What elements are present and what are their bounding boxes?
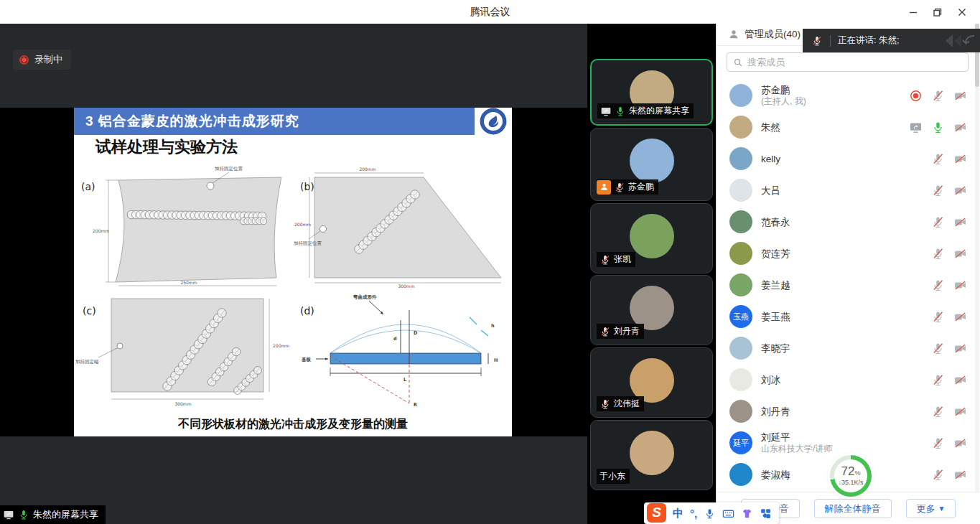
close-button[interactable] [950, 0, 974, 24]
mic-off-icon[interactable] [931, 247, 945, 261]
mic-off-icon[interactable] [931, 89, 945, 103]
mic-on-icon [615, 106, 626, 117]
speaking-text: 正在讲话: 朱然; [838, 34, 944, 47]
member-name: 范春永 [761, 216, 931, 228]
toolbox-grid-icon[interactable] [760, 507, 772, 520]
mic-off-icon[interactable] [931, 215, 945, 229]
recording-dot-icon [19, 55, 29, 65]
mic-off-icon[interactable] [931, 279, 945, 292]
camera-off-icon[interactable] [953, 152, 967, 166]
thumbnail-liudanqing[interactable]: 刘丹青 [590, 275, 713, 345]
member-row-zhuran[interactable]: 朱然 [717, 111, 974, 143]
camera-off-icon[interactable] [953, 436, 967, 450]
member-row-jianglanyue[interactable]: 姜兰越 [717, 269, 974, 301]
member-row-fanchunyong[interactable]: 范春永 [717, 206, 974, 238]
svg-text:200mm: 200mm [294, 222, 311, 227]
avatar [729, 463, 752, 486]
svg-text:L: L [403, 377, 406, 383]
camera-off-icon[interactable] [953, 310, 967, 324]
annotation-arrows-icon [944, 33, 977, 49]
mic-on-icon[interactable] [931, 121, 945, 134]
avatar [729, 337, 752, 360]
university-logo-icon [479, 107, 508, 136]
member-list: 苏金鹏 (主持人, 我) 朱然 [717, 80, 974, 490]
camera-off-icon[interactable] [953, 215, 967, 229]
search-box [727, 52, 969, 72]
svg-text:弯曲成形件: 弯曲成形件 [353, 294, 377, 300]
ime-punctuation[interactable]: °, [690, 507, 697, 520]
camera-off-icon[interactable] [953, 184, 967, 197]
avatar [729, 179, 752, 202]
camera-off-icon[interactable] [953, 342, 967, 355]
member-row-liuyanping[interactable]: 延平 刘延平 山东科技大学/讲师 [717, 427, 974, 459]
svg-text:加持固定端: 加持固定端 [75, 359, 99, 365]
unmute-all-button[interactable]: 解除全体静音 [814, 499, 892, 518]
member-row-liubing[interactable]: 刘冰 [717, 364, 974, 396]
ime-mode-chinese[interactable]: 中 [673, 507, 683, 520]
chevron-down-icon: ▼ [938, 505, 946, 513]
divider [830, 35, 831, 47]
mic-off-icon[interactable] [931, 373, 945, 387]
ime-toolbar: S 中 °, [644, 502, 779, 524]
minimize-button[interactable] [901, 0, 925, 24]
member-row-dalv[interactable]: 大吕 [717, 174, 974, 206]
camera-off-icon[interactable] [953, 373, 967, 387]
camera-off-icon[interactable] [953, 89, 967, 103]
mic-off-icon[interactable] [931, 310, 945, 324]
svg-text:200mm: 200mm [359, 167, 375, 172]
mic-off-icon[interactable] [931, 152, 945, 166]
participant-name: 刘丹青 [614, 325, 640, 337]
thumbnail-label: 沈伟挺 [597, 396, 644, 411]
member-note: 山东科技大学/讲师 [761, 444, 931, 454]
member-row-jiangyuyan[interactable]: 玉燕 姜玉燕 [717, 301, 974, 332]
maximize-button[interactable] [925, 0, 950, 24]
thumbnail-zhuran-share[interactable]: 朱然的屏幕共享 [590, 59, 713, 126]
member-row-liudanqing[interactable]: 刘丹青 [717, 396, 974, 427]
mic-off-icon[interactable] [931, 436, 945, 450]
mic-off-icon [599, 326, 611, 337]
sogou-logo-icon[interactable]: S [647, 503, 666, 523]
network-quality-gauge[interactable]: 72% ↓35.1K/s [830, 455, 872, 497]
member-row-helianfang[interactable]: 贺连芳 [717, 238, 974, 269]
voice-input-icon[interactable] [704, 507, 716, 520]
scrollbar-track[interactable] [975, 24, 979, 524]
recording-badge[interactable]: 录制中 [13, 50, 71, 70]
keyboard-icon[interactable] [722, 507, 734, 520]
svg-text:(c): (c) [83, 305, 96, 317]
slide-header: 3 铝合金蒙皮的激光冲击成形研究 [74, 108, 512, 135]
mic-off-icon[interactable] [931, 468, 945, 482]
member-name: 刘冰 [761, 374, 931, 386]
thumbnail-sujinpeng[interactable]: 苏金鹏 [590, 128, 713, 201]
skin-shirt-icon[interactable] [741, 507, 753, 520]
mic-off-icon[interactable] [931, 405, 945, 418]
camera-off-icon[interactable] [953, 279, 967, 292]
participant-name: 张凯 [614, 253, 631, 266]
thumbnail-yuxiaodong[interactable]: 于小东 [590, 420, 713, 490]
thumbnail-shenweiting[interactable]: 沈伟挺 [590, 347, 713, 418]
panel-title: 管理成员(40) [745, 28, 801, 41]
participant-name: 苏金鹏 [628, 181, 654, 193]
shared-screen-stage: 录制中 3 铝合金蒙皮的激光冲击成形研究 试样处理与实验方法 (a) [0, 24, 587, 524]
camera-off-icon[interactable] [953, 468, 967, 482]
screen-share-icon [3, 509, 14, 520]
slide-logo-box [475, 108, 512, 135]
camera-off-icon[interactable] [953, 121, 967, 134]
slide-subtitle: 试样处理与实验方法 [74, 135, 512, 161]
camera-off-icon[interactable] [953, 405, 967, 418]
presentation-slide: 3 铝合金蒙皮的激光冲击成形研究 试样处理与实验方法 (a) [74, 108, 512, 436]
window-title: 腾讯会议 [0, 0, 980, 24]
camera-off-icon[interactable] [953, 247, 967, 261]
member-row-kelly[interactable]: kelly [717, 143, 974, 174]
mic-off-icon[interactable] [931, 184, 945, 197]
search-input[interactable] [747, 57, 968, 67]
thumbnail-zhangkai[interactable]: 张凯 [590, 203, 713, 273]
member-row-lixiaoyu[interactable]: 李晓宇 [717, 332, 974, 364]
member-name: kelly [761, 153, 931, 165]
member-name: 贺连芳 [761, 248, 931, 260]
member-row-sujinpeng[interactable]: 苏金鹏 (主持人, 我) [717, 80, 974, 111]
mic-off-icon[interactable] [931, 342, 945, 355]
more-button[interactable]: 更多▼ [906, 499, 956, 518]
svg-text:(b): (b) [300, 181, 314, 192]
member-name: 姜兰越 [761, 279, 931, 291]
slide-title: 3 铝合金蒙皮的激光冲击成形研究 [74, 108, 475, 135]
